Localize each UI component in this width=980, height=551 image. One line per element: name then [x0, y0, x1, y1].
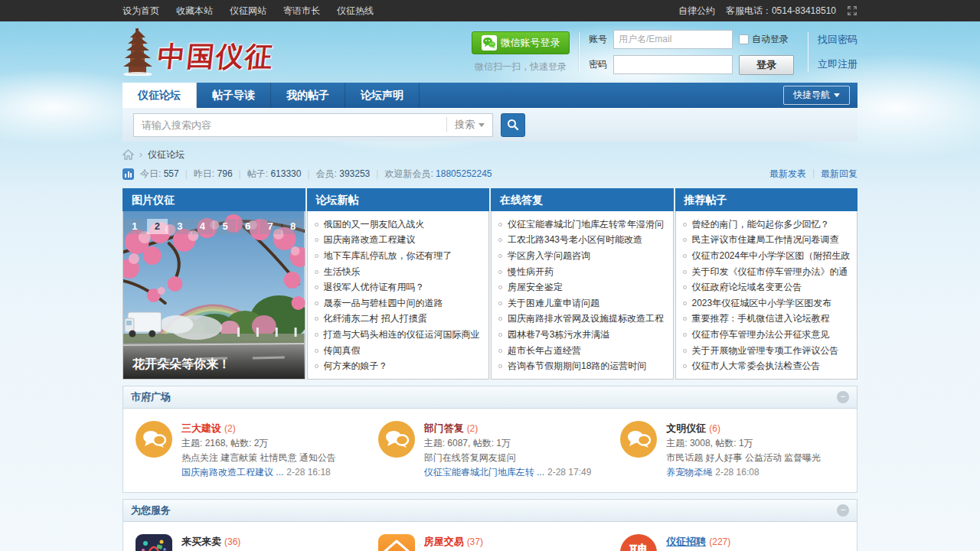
site-logo[interactable]: 中国仪征 — [122, 28, 274, 76]
logo-text: 中国仪征 — [155, 38, 276, 76]
post-link[interactable]: 仪征市停车管理办法公开征求意见 — [683, 327, 851, 343]
post-link[interactable]: 民主评议市住建局工作情况问卷调查 — [683, 233, 851, 249]
forum-block-housing[interactable]: 房屋交易(37) 主题: 1万, 帖数: 8万 仪征房屋交易信息发布 — [369, 531, 612, 551]
post-link[interactable]: 咨询春节假期期间18路的运营时间 — [498, 358, 666, 374]
pic-page[interactable]: 5 — [214, 219, 236, 234]
search-input[interactable] — [134, 115, 446, 135]
topbar-link[interactable]: 收藏本站 — [176, 5, 213, 16]
hire-badge-icon[interactable]: 聘 — [620, 534, 657, 551]
post-link[interactable]: 关于困难儿童申请问题 — [498, 295, 666, 311]
latest-posts-link[interactable]: 最新发表 — [769, 168, 806, 181]
house-icon[interactable] — [378, 534, 415, 551]
pic-page[interactable]: 3 — [169, 219, 191, 234]
post-link[interactable]: 传闻真假 — [315, 343, 482, 359]
tab-forum-statement[interactable]: 论坛声明 — [345, 83, 420, 108]
forum-latest-link[interactable]: 国庆南路改造工程建议 ... — [181, 467, 283, 478]
post-link[interactable]: 学区房入学问题咨询 — [498, 248, 666, 264]
topbar-link[interactable]: 仪征网站 — [230, 5, 266, 16]
post-link[interactable]: 慢性病开药 — [498, 264, 666, 280]
post-link[interactable]: 仪征市人大常委会执法检查公告 — [683, 358, 851, 374]
collapse-button[interactable]: − — [837, 391, 849, 403]
forum-block-jobs[interactable]: 聘 仪征招聘(227) 主题: 8049, 帖数: 7万 单位招聘 企业招聘 个… — [611, 531, 854, 551]
fullscreen-icon[interactable] — [847, 5, 858, 16]
self-discipline-link[interactable]: 自律公约 — [678, 5, 715, 18]
topbar-link[interactable]: 寄语市长 — [283, 5, 320, 16]
forum-name[interactable]: 部门答复 — [424, 422, 464, 434]
topbar-link[interactable]: 仪征热线 — [337, 5, 374, 16]
forum-name[interactable]: 文明仪征 — [666, 422, 706, 434]
forum-subforums[interactable]: 市民话题 好人好事 公益活动 监督曝光 — [666, 451, 821, 465]
forum-block-three-constructions[interactable]: 三大建设(2) 主题: 2168, 帖数: 2万 热点关注 建言献策 社情民意 … — [126, 418, 369, 483]
account-input[interactable] — [613, 30, 733, 49]
forum-block-civilized-yizheng[interactable]: 文明仪征(6) 主题: 3008, 帖数: 1万 市民话题 好人好事 公益活动 … — [611, 418, 854, 483]
post-link[interactable]: 地下车库乱停乱放，你还有理了 — [315, 248, 482, 264]
wechat-login-button[interactable]: 微信账号登录 — [472, 31, 570, 54]
collapse-button[interactable]: − — [837, 504, 849, 517]
post-link[interactable]: 超市长年占道经营 — [498, 343, 666, 359]
forum-name[interactable]: 仪征招聘 — [666, 536, 706, 547]
login-button[interactable]: 登录 — [739, 55, 794, 75]
post-link[interactable]: 生活快乐 — [315, 264, 482, 280]
post-link[interactable]: 房屋安全鉴定 — [498, 279, 666, 295]
forum-name[interactable]: 来买来卖 — [181, 536, 221, 547]
tab-post-guide[interactable]: 帖子导读 — [197, 83, 271, 108]
latest-replies-link[interactable]: 最新回复 — [821, 168, 858, 181]
password-input[interactable] — [613, 55, 733, 74]
post-link[interactable]: 国庆南路改造工程建议 — [315, 233, 482, 249]
home-icon[interactable] — [122, 149, 134, 160]
post-link[interactable]: 何方来的娘子？ — [315, 358, 482, 374]
pic-page[interactable]: 6 — [237, 219, 259, 234]
tab-forum[interactable]: 仪征论坛 — [122, 83, 197, 108]
register-link[interactable]: 立即注册 — [818, 57, 858, 71]
post-link[interactable]: 退役军人优待证有用吗？ — [315, 279, 482, 295]
post-link[interactable]: 2023年仪征城区中小学学区图发布 — [683, 295, 851, 311]
post-link[interactable]: 俄国的又一朋友陷入战火 — [315, 217, 482, 233]
forum-subforums[interactable]: 热点关注 建言献策 社情民意 通知公告 — [181, 451, 336, 465]
site-header: 中国仪征 微信账号登录 微信扫一扫，快速登录 — [0, 21, 980, 83]
forum-block-buy-sell[interactable]: 来买来卖(36) 主题: 6100, 帖数: 4万 分类信息发布 出售、求购物品 — [126, 531, 369, 551]
post-link[interactable]: 晟泰一品与碧桂园中间的道路 — [315, 295, 482, 311]
pic-page[interactable]: 4 — [192, 219, 214, 234]
section-title[interactable]: 为您服务 — [131, 504, 171, 517]
shopping-basket-icon[interactable] — [136, 534, 172, 551]
search-scope-dropdown[interactable]: 搜索 — [446, 117, 492, 132]
photo-caption[interactable]: 花开朵朵等你来！ — [123, 340, 305, 379]
post-link[interactable]: 关于开展物业管理专项工作评议公告 — [683, 343, 851, 359]
post-link[interactable]: 仪征宝能睿城北门地库左转常年湿滑问 — [498, 217, 666, 233]
post-link[interactable]: 工农北路343号老小区何时能改造 — [498, 233, 666, 249]
pic-page[interactable]: 1 — [124, 219, 145, 234]
search-button[interactable] — [501, 113, 525, 137]
chat-bubbles-icon[interactable] — [136, 421, 172, 458]
post-link[interactable]: 化纤浦东二村 招人打掼蛋 — [315, 311, 482, 328]
stat-yesterday: 昨日: 796 — [194, 168, 233, 181]
post-link[interactable]: 重要推荐：手机微信进入论坛教程 — [683, 311, 851, 328]
auto-login-checkbox[interactable] — [739, 34, 749, 44]
post-link[interactable]: 关于印发《仪征市停车管理办法》的通 — [683, 264, 851, 280]
forum-name[interactable]: 三大建设 — [181, 422, 221, 434]
pic-page[interactable]: 7 — [260, 219, 281, 234]
section-title[interactable]: 市府广场 — [131, 390, 171, 404]
stat-members: 会员: 393253 — [316, 168, 371, 181]
post-link[interactable]: 园林巷7号3栋污水井满溢 — [498, 327, 666, 343]
pic-page[interactable]: 2 — [147, 219, 168, 234]
chat-bubbles-icon[interactable] — [620, 421, 657, 458]
find-password-link[interactable]: 找回密码 — [818, 33, 858, 47]
bullet-icon — [315, 317, 318, 321]
post-link[interactable]: 仪征政府论坛域名变更公告 — [683, 279, 851, 295]
forum-latest-link[interactable]: 仪征宝能睿城北门地库左转 ... — [424, 467, 544, 478]
forum-latest-link[interactable]: 养宠物牵绳 — [666, 467, 712, 478]
post-link[interactable]: 国庆南路排水管网及设施提标改造工程 — [498, 311, 666, 328]
chat-bubbles-icon[interactable] — [378, 421, 415, 458]
tab-my-posts[interactable]: 我的帖子 — [271, 83, 345, 108]
pic-page[interactable]: 8 — [283, 219, 304, 234]
breadcrumb-separator: › — [139, 149, 142, 160]
forum-block-department-replies[interactable]: 部门答复(2) 主题: 6087, 帖数: 1万 部门在线答复网友提问 仪征宝能… — [369, 418, 612, 483]
post-link[interactable]: 曾经的南门，能勾起你多少回忆？ — [683, 217, 851, 233]
breadcrumb-current[interactable]: 仪征论坛 — [148, 148, 185, 161]
post-link[interactable]: 仪征市2024年中小学学区图（附招生政 — [683, 248, 851, 264]
section-header: 为您服务 − — [122, 499, 858, 522]
post-link[interactable]: 打造与大码头相连的仪征运河国际商业 — [315, 327, 482, 343]
topbar-link[interactable]: 设为首页 — [122, 5, 159, 16]
quick-nav-button[interactable]: 快捷导航 — [783, 86, 850, 105]
forum-name[interactable]: 房屋交易 — [424, 536, 464, 547]
